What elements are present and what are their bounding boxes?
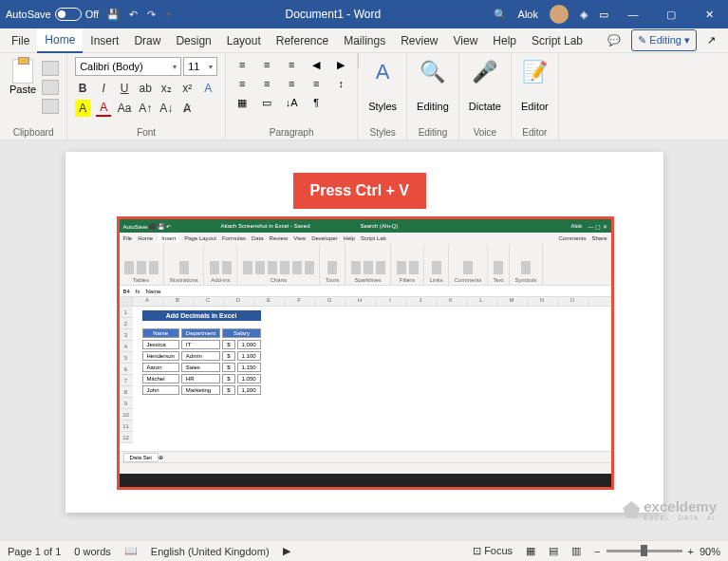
paste-icon xyxy=(12,59,33,84)
superscript-button[interactable]: x² xyxy=(179,80,195,97)
tab-mailings[interactable]: Mailings xyxy=(336,29,393,52)
tab-view[interactable]: View xyxy=(446,29,486,52)
ex-tab: Page Layout xyxy=(184,235,216,241)
diamond-icon[interactable]: ◈ xyxy=(580,9,588,21)
align-left-button[interactable]: ≡ xyxy=(233,76,251,91)
numbering-button[interactable]: ≡ xyxy=(258,57,275,72)
spellcheck-icon[interactable]: 📖 xyxy=(124,545,138,557)
word-count[interactable]: 0 words xyxy=(74,546,111,557)
change-case-button[interactable]: Aa xyxy=(117,100,132,117)
cut-icon[interactable] xyxy=(42,61,59,76)
autosave-toggle[interactable]: AutoSave Off xyxy=(6,8,99,21)
editor-icon[interactable]: 📝 xyxy=(521,57,548,87)
shading-button[interactable]: ▦ xyxy=(233,95,251,110)
bold-button[interactable]: B xyxy=(75,80,90,97)
show-marks-button[interactable]: ¶ xyxy=(308,95,325,110)
ex-tab: Review xyxy=(270,235,289,241)
print-layout-icon[interactable]: ▤ xyxy=(549,545,558,557)
read-mode-icon[interactable]: ▦ xyxy=(526,545,535,557)
group-paragraph: ≡ ≡ ≡ ◀ ▶ ≡ ≡ ≡ ≡ ↕ ▦ ▭ ↓A ¶ Paragraph xyxy=(226,53,358,140)
styles-group-label: Styles xyxy=(370,125,396,138)
macro-icon[interactable]: ▶ xyxy=(283,545,290,557)
header-dept: Department xyxy=(181,328,220,338)
zoom-level[interactable]: 90% xyxy=(700,546,720,557)
italic-button[interactable]: I xyxy=(96,80,111,97)
comments-button[interactable]: 💬 xyxy=(601,29,627,51)
align-center-button[interactable]: ≡ xyxy=(258,76,275,91)
tab-draw[interactable]: Draw xyxy=(126,29,168,52)
cell: Mitchel xyxy=(142,374,179,383)
qat-dropdown-icon[interactable]: ▼ xyxy=(165,10,173,19)
multilevel-button[interactable]: ≡ xyxy=(283,57,300,72)
tab-review[interactable]: Review xyxy=(393,29,445,52)
justify-button[interactable]: ≡ xyxy=(308,76,325,91)
paste-button[interactable]: Paste xyxy=(8,57,38,114)
font-color-button[interactable]: A xyxy=(96,100,111,117)
zoom-out-button[interactable]: − xyxy=(594,546,600,557)
zoom-slider[interactable] xyxy=(607,550,682,552)
grow-font-button[interactable]: A↑ xyxy=(138,100,153,117)
line-spacing-button[interactable]: ↕ xyxy=(332,76,349,91)
editor-btn-label: Editor xyxy=(521,101,549,112)
shrink-font-button[interactable]: A↓ xyxy=(159,100,174,117)
excel-search: Search (Alt+Q) xyxy=(360,223,398,229)
redo-icon[interactable]: ↷ xyxy=(147,9,156,21)
group-font: Calibri (Body)▾ 11▾ B I U ab x₂ x² A A A… xyxy=(67,53,226,140)
group-editing: 🔍 Editing Editing xyxy=(407,53,459,140)
cell: $ xyxy=(222,374,234,383)
page[interactable]: Press Ctrl + V AutoSave ⬛ 💾 ↶ Attach Scr… xyxy=(65,152,663,513)
underline-button[interactable]: U xyxy=(117,80,132,97)
ribbon-options-icon[interactable]: ▭ xyxy=(599,9,608,21)
close-button[interactable]: ✕ xyxy=(696,9,722,21)
document-title: Document1 - Word xyxy=(173,8,493,21)
align-right-button[interactable]: ≡ xyxy=(283,76,300,91)
borders-button[interactable]: ▭ xyxy=(258,95,275,110)
strikethrough-button[interactable]: ab xyxy=(138,80,153,97)
group-editor: 📝 Editor Editor xyxy=(512,53,559,140)
tab-layout[interactable]: Layout xyxy=(219,29,269,52)
tab-help[interactable]: Help xyxy=(485,29,524,52)
cell: John xyxy=(142,385,179,395)
undo-icon[interactable]: ↶ xyxy=(129,9,138,21)
excel-statusbar xyxy=(120,462,611,474)
voice-label: Voice xyxy=(474,125,496,138)
styles-icon[interactable]: A xyxy=(369,57,396,87)
tab-design[interactable]: Design xyxy=(168,29,218,52)
save-icon[interactable]: 💾 xyxy=(106,9,120,21)
tab-insert[interactable]: Insert xyxy=(83,29,126,52)
tab-reference[interactable]: Reference xyxy=(269,29,336,52)
font-size-select[interactable]: 11▾ xyxy=(183,57,217,76)
find-icon[interactable]: 🔍 xyxy=(420,57,446,87)
search-icon[interactable]: 🔍 xyxy=(494,9,507,21)
bullets-button[interactable]: ≡ xyxy=(233,57,251,72)
maximize-button[interactable]: ▢ xyxy=(658,9,684,21)
user-avatar[interactable] xyxy=(550,5,569,24)
share-button[interactable]: ↗ xyxy=(700,29,722,51)
highlight-button[interactable]: A xyxy=(75,100,90,117)
tab-scriptlab[interactable]: Script Lab xyxy=(524,29,590,52)
sort-button[interactable]: ↓A xyxy=(283,95,300,110)
header-salary: Salary xyxy=(222,328,260,338)
page-count[interactable]: Page 1 of 1 xyxy=(8,546,61,557)
decrease-indent-button[interactable]: ◀ xyxy=(308,57,325,72)
dictate-icon[interactable]: 🎤 xyxy=(472,57,498,87)
web-layout-icon[interactable]: ▥ xyxy=(571,545,581,557)
focus-mode[interactable]: ⊡ Focus xyxy=(473,545,513,557)
minimize-button[interactable]: — xyxy=(620,9,646,20)
tab-file[interactable]: File xyxy=(4,29,37,52)
pasted-image[interactable]: AutoSave ⬛ 💾 ↶ Attach Screenshot in Exce… xyxy=(117,216,614,490)
text-effects-button[interactable]: A xyxy=(200,80,215,97)
zoom-in-button[interactable]: + xyxy=(688,546,694,557)
sheet-name: Data Set xyxy=(123,453,159,462)
windows-taskbar xyxy=(120,474,611,487)
format-painter-icon[interactable] xyxy=(42,99,59,114)
cell: IT xyxy=(181,340,220,349)
font-name-select[interactable]: Calibri (Body)▾ xyxy=(75,57,181,76)
copy-icon[interactable] xyxy=(42,80,59,95)
increase-indent-button[interactable]: ▶ xyxy=(332,57,349,72)
language[interactable]: English (United Kingdom) xyxy=(151,546,270,557)
editing-mode-button[interactable]: ✎ Editing ▾ xyxy=(631,29,697,51)
subscript-button[interactable]: x₂ xyxy=(159,80,174,97)
clear-formatting-button[interactable]: A̷ xyxy=(179,100,195,117)
tab-home[interactable]: Home xyxy=(37,28,83,53)
